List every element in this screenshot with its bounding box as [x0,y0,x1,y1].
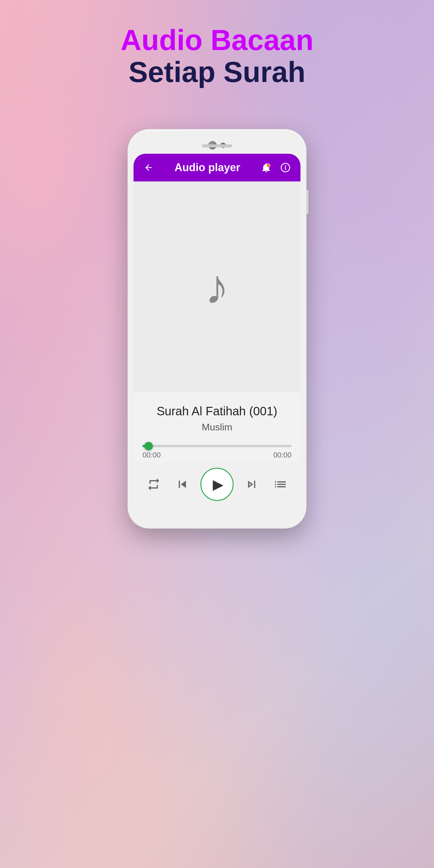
progress-section[interactable]: 00:00 00:00 [133,439,301,462]
progress-bar[interactable] [143,445,291,447]
page-title-container: Audio Bacaan Setiap Surah [0,24,434,88]
page-title-line2: Setiap Surah [0,56,434,88]
album-art: ♪ [133,181,301,393]
total-time: 00:00 [273,451,291,459]
repeat-button[interactable] [143,474,164,495]
phone-mockup: Audio player ♪ [128,130,306,528]
track-title: Surah Al Fatihah (001) [143,404,291,418]
controls-section: ▶ [133,462,301,513]
phone-shell: Audio player ♪ [128,130,306,528]
svg-point-0 [267,164,270,167]
info-button[interactable] [279,161,292,174]
playlist-button[interactable] [270,474,291,495]
phone-screen: Audio player ♪ [133,154,301,513]
track-artist: Muslim [143,422,291,433]
app-bar-title: Audio player [161,161,253,174]
play-button[interactable]: ▶ [200,468,234,501]
app-bar: Audio player [133,154,301,181]
phone-notch [133,138,301,154]
progress-times: 00:00 00:00 [143,451,291,459]
phone-side-button [306,190,308,214]
next-button[interactable] [241,474,262,495]
prev-button[interactable] [172,474,193,495]
current-time: 00:00 [143,451,161,459]
notification-button[interactable] [259,161,273,174]
play-icon: ▶ [213,476,223,493]
page-title-line1: Audio Bacaan [0,24,434,56]
progress-thumb[interactable] [144,442,153,450]
back-button[interactable] [142,161,155,174]
music-note-icon: ♪ [205,263,229,311]
phone-speaker [202,144,232,147]
track-info: Surah Al Fatihah (001) Muslim [133,393,301,439]
